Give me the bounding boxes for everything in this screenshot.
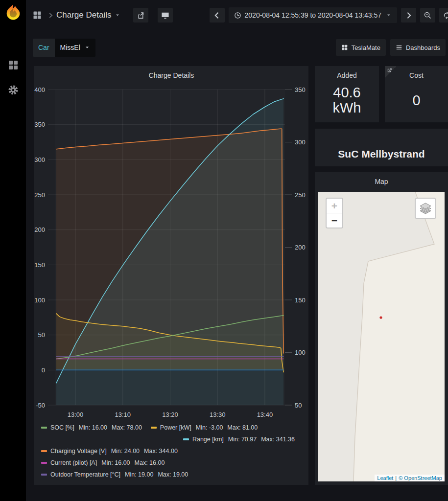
map-zoom-control: + − [326, 198, 343, 228]
legend-min-value: Min: 16.00 [101, 459, 130, 466]
legend-series-label: SOC [%] [50, 424, 74, 431]
legend-item[interactable]: Charging Voltage [V]Min: 24.00Max: 344.0… [41, 447, 178, 455]
map-tiles [318, 192, 445, 481]
tv-mode-button[interactable] [158, 8, 173, 23]
map-zoom-out-button[interactable]: − [327, 213, 342, 228]
time-range-picker[interactable]: 2020-08-04 12:55:39 to 2020-08-04 13:43:… [229, 7, 397, 23]
clock-icon [234, 12, 241, 19]
title-caret-down-icon[interactable] [115, 12, 120, 18]
legend-max-value: Max: 81.00 [227, 424, 258, 431]
legend-item[interactable]: Power [kW]Min: -3.00Max: 81.00 [151, 424, 258, 432]
charge-details-chart[interactable]: 400350300250200150100500-503503002502001… [34, 81, 308, 423]
car-variable-label: Car [33, 39, 55, 57]
refresh-icon [443, 11, 448, 20]
teslamate-link[interactable]: TeslaMate [336, 39, 386, 56]
legend-max-value: Max: 78.00 [112, 424, 142, 431]
sidebar [0, 0, 26, 501]
legend-item[interactable]: Current (pilot) [A]Min: 16.00Max: 16.00 [41, 459, 165, 467]
axis-tick-label: 13:00 [68, 411, 84, 418]
dashboards-nav-icon[interactable] [7, 59, 19, 71]
legend-min-value: Min: -3.00 [196, 424, 223, 431]
openstreetmap-link[interactable]: © OpenStreetMap [399, 475, 442, 481]
legend-max-value: Max: 344.00 [144, 448, 178, 455]
location-panel-spacer [315, 129, 448, 144]
location-panel: SuC Mellbystrand [315, 129, 448, 166]
legend-item[interactable]: Range [km]Min: 70.97Max: 341.36 [183, 435, 295, 444]
legend-item[interactable]: Outdoor Temperature [°C]Min: 19.00Max: 1… [41, 471, 188, 479]
legend-min-value: Min: 24.00 [111, 448, 140, 455]
leaflet-map[interactable]: + − Leaflet|© OpenStreetMap [318, 192, 445, 481]
legend-row: Charging Voltage [V]Min: 24.00Max: 344.0… [41, 447, 304, 455]
map-panel-title[interactable]: Map [315, 172, 448, 188]
axis-tick-label: 300 [295, 138, 306, 146]
legend-max-value: Max: 19.00 [158, 471, 188, 478]
car-variable: Car MissEl [33, 39, 95, 57]
legend-series-label: Power [kW] [160, 424, 191, 431]
time-caret-down-icon [386, 12, 392, 18]
legend-series-label: Current (pilot) [A] [50, 459, 97, 466]
legend-color-marker [41, 474, 47, 476]
charge-location-value: SuC Mellbystrand [315, 144, 448, 164]
refresh-button[interactable] [439, 8, 448, 23]
dashboard-links: TeslaMate Dashboards [336, 39, 446, 56]
leaflet-link[interactable]: Leaflet [377, 475, 393, 481]
legend-row: Current (pilot) [A]Min: 16.00Max: 16.00 [41, 459, 304, 467]
axis-tick-label: 250 [34, 191, 45, 199]
legend-max-value: Max: 16.00 [135, 459, 165, 466]
axis-tick-label: 13:40 [257, 411, 273, 418]
car-variable-value: MissEl [60, 44, 80, 51]
teslamate-link-label: TeslaMate [352, 44, 380, 51]
added-value: 40.6 kWh [315, 82, 379, 119]
zoom-out-time-button[interactable] [420, 8, 435, 23]
axis-tick-label: 50 [38, 331, 45, 339]
added-panel-title[interactable]: Added [315, 66, 379, 82]
axis-tick-label: 0 [42, 366, 45, 374]
menu-icon [396, 44, 402, 51]
legend-series-label: Charging Voltage [V] [50, 448, 107, 455]
time-range-forward-button[interactable] [401, 8, 416, 23]
axis-tick-label: 250 [295, 191, 306, 199]
charge-location-marker [379, 316, 382, 319]
legend-color-marker [151, 427, 157, 429]
map-panel: Map + − Leaflet|© OpenStreetMap [315, 172, 448, 485]
legend-row: Range [km]Min: 70.97Max: 341.36 [41, 435, 304, 444]
gear-icon[interactable] [7, 84, 19, 96]
share-icon [137, 11, 145, 20]
cost-value: 0 [385, 82, 448, 119]
axis-tick-label: 200 [295, 244, 306, 251]
location-name: SuC Mellbystrand [338, 148, 424, 160]
dashboard-submenu: Car MissEl TeslaMate Dashboards [26, 37, 448, 58]
added-value-number: 40.6 [333, 85, 360, 100]
added-panel: Added 40.6 kWh [315, 66, 379, 122]
car-variable-dropdown[interactable]: MissEl [55, 39, 95, 57]
axis-tick-label: 13:20 [162, 411, 178, 418]
layers-icon [419, 202, 432, 215]
map-layers-button[interactable] [415, 198, 436, 219]
share-dashboard-button[interactable] [133, 8, 148, 23]
top-navbar: Charge Details 2020-08-04 12:55:39 to 20… [26, 0, 448, 30]
dashboards-link[interactable]: Dashboards [390, 39, 446, 56]
breadcrumb-chevron-icon [47, 12, 54, 19]
axis-tick-label: -50 [36, 402, 45, 409]
time-range-back-button[interactable] [210, 8, 225, 23]
axis-tick-label: 400 [34, 86, 45, 93]
chart-panel-title[interactable]: Charge Details [34, 66, 308, 82]
legend-color-marker [41, 427, 47, 429]
page-title[interactable]: Charge Details [56, 10, 111, 20]
map-zoom-in-button[interactable]: + [327, 199, 342, 213]
axis-tick-label: 13:10 [115, 411, 131, 418]
legend-series-label: Outdoor Temperature [°C] [50, 471, 120, 478]
legend-item[interactable]: SOC [%]Min: 16.00Max: 78.00 [41, 424, 142, 432]
chevron-left-icon [213, 11, 221, 20]
cost-value-number: 0 [412, 92, 420, 109]
dashboard-grid-icon[interactable] [32, 10, 42, 20]
grafana-logo-icon[interactable] [4, 3, 22, 24]
panel-link-corner[interactable] [385, 66, 397, 78]
axis-tick-label: 100 [34, 296, 45, 304]
legend-color-marker [41, 462, 47, 464]
axis-tick-label: 350 [34, 121, 45, 128]
monitor-icon [161, 11, 169, 20]
legend-row: Outdoor Temperature [°C]Min: 19.00Max: 1… [41, 471, 304, 479]
chart-legend: SOC [%]Min: 16.00Max: 78.00Power [kW]Min… [41, 424, 304, 482]
axis-tick-label: 200 [34, 226, 45, 233]
